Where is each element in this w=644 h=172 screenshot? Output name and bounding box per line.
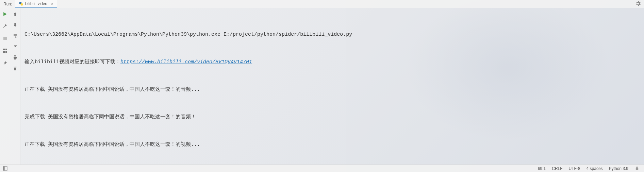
console-line: 完成下载 美国没有资格居高临下同中国说话，中国人不吃这一套！的音频！ bbox=[24, 113, 641, 122]
close-icon[interactable]: × bbox=[51, 2, 53, 6]
svg-rect-3 bbox=[3, 49, 5, 50]
wrench-icon[interactable] bbox=[2, 23, 8, 29]
toolwindow-toggle-icon[interactable] bbox=[3, 166, 7, 171]
trash-icon[interactable] bbox=[12, 65, 18, 71]
pin-icon[interactable] bbox=[2, 60, 8, 66]
file-encoding[interactable]: UTF-8 bbox=[569, 166, 580, 171]
gear-icon[interactable] bbox=[632, 1, 644, 7]
python-file-icon bbox=[19, 1, 23, 6]
console-output[interactable]: C:\Users\32662\AppData\Local\Programs\Py… bbox=[20, 8, 644, 165]
svg-point-1 bbox=[21, 3, 23, 5]
layout-icon[interactable] bbox=[2, 48, 8, 54]
console-line: C:\Users\32662\AppData\Local\Programs\Py… bbox=[24, 30, 641, 39]
svg-rect-8 bbox=[3, 167, 4, 170]
caret-position[interactable]: 69:1 bbox=[538, 166, 546, 171]
svg-rect-5 bbox=[3, 51, 5, 53]
url-link[interactable]: https://www.bilibili.com/video/BV1Qy4y14… bbox=[120, 59, 252, 65]
lock-icon[interactable] bbox=[634, 166, 639, 171]
line-separator[interactable]: CRLF bbox=[552, 166, 562, 171]
run-body: C:\Users\32662\AppData\Local\Programs\Py… bbox=[0, 8, 644, 165]
stop-icon[interactable] bbox=[2, 35, 8, 41]
console-text: 输入bilibili视频对应的链接即可下载： bbox=[24, 59, 120, 65]
run-toolwindow-header: Run: bilibili_video × bbox=[0, 0, 644, 8]
up-arrow-icon[interactable] bbox=[12, 11, 18, 17]
python-interpreter[interactable]: Python 3.9 bbox=[609, 166, 628, 171]
left-gutter-primary bbox=[0, 8, 10, 165]
svg-rect-6 bbox=[5, 51, 7, 53]
run-tab[interactable]: bilibili_video × bbox=[15, 0, 56, 8]
run-tab-label: bilibili_video bbox=[25, 1, 47, 6]
console-line: 正在下载 美国没有资格居高临下同中国说话，中国人不吃这一套！的视频... bbox=[24, 140, 641, 149]
console-line: 输入bilibili视频对应的链接即可下载：https://www.bilibi… bbox=[24, 57, 641, 67]
left-gutter-secondary bbox=[10, 8, 20, 165]
print-icon[interactable] bbox=[12, 54, 18, 61]
svg-rect-2 bbox=[3, 37, 7, 40]
status-bar: 69:1 CRLF UTF-8 4 spaces Python 3.9 bbox=[0, 165, 644, 172]
svg-rect-4 bbox=[5, 49, 7, 50]
rerun-icon[interactable] bbox=[2, 11, 8, 17]
console-line: 正在下载 美国没有资格居高临下同中国说话，中国人不吃这一套！的音频... bbox=[24, 85, 641, 94]
down-arrow-icon[interactable] bbox=[12, 22, 18, 28]
indent-setting[interactable]: 4 spaces bbox=[587, 166, 603, 171]
soft-wrap-icon[interactable] bbox=[12, 33, 18, 39]
run-label: Run: bbox=[0, 2, 15, 6]
scroll-to-end-icon[interactable] bbox=[12, 44, 18, 50]
